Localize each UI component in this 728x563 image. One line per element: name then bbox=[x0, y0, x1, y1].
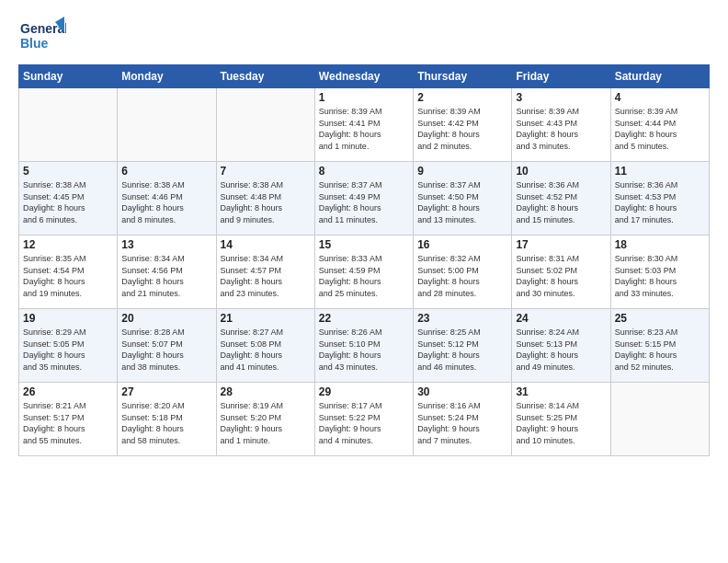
day-number: 28 bbox=[221, 385, 311, 398]
day-number: 12 bbox=[23, 238, 113, 251]
calendar-cell: 22Sunrise: 8:26 AM Sunset: 5:10 PM Dayli… bbox=[314, 309, 413, 383]
logo-svg: GeneralBlue bbox=[18, 17, 66, 55]
day-number: 4 bbox=[615, 91, 705, 104]
calendar-cell: 9Sunrise: 8:37 AM Sunset: 4:50 PM Daylig… bbox=[414, 162, 512, 236]
calendar-cell: 21Sunrise: 8:27 AM Sunset: 5:08 PM Dayli… bbox=[216, 309, 314, 383]
day-number: 31 bbox=[516, 385, 606, 398]
weekday-header-saturday: Saturday bbox=[610, 65, 709, 88]
svg-text:Blue: Blue bbox=[20, 36, 49, 51]
calendar-cell: 13Sunrise: 8:34 AM Sunset: 4:56 PM Dayli… bbox=[118, 236, 216, 309]
day-detail: Sunrise: 8:16 AM Sunset: 5:24 PM Dayligh… bbox=[417, 400, 507, 446]
calendar-cell: 25Sunrise: 8:23 AM Sunset: 5:15 PM Dayli… bbox=[610, 309, 709, 383]
day-number: 22 bbox=[319, 312, 409, 325]
calendar-cell: 17Sunrise: 8:31 AM Sunset: 5:02 PM Dayli… bbox=[512, 236, 610, 309]
day-number: 20 bbox=[121, 312, 211, 325]
calendar-cell: 16Sunrise: 8:32 AM Sunset: 5:00 PM Dayli… bbox=[414, 236, 512, 309]
calendar-cell: 26Sunrise: 8:21 AM Sunset: 5:17 PM Dayli… bbox=[19, 383, 118, 456]
calendar-cell: 11Sunrise: 8:36 AM Sunset: 4:53 PM Dayli… bbox=[610, 162, 709, 236]
day-number: 25 bbox=[615, 312, 705, 325]
day-detail: Sunrise: 8:37 AM Sunset: 4:49 PM Dayligh… bbox=[319, 179, 409, 225]
day-number: 16 bbox=[417, 238, 507, 251]
day-detail: Sunrise: 8:39 AM Sunset: 4:43 PM Dayligh… bbox=[516, 106, 606, 152]
calendar-cell: 8Sunrise: 8:37 AM Sunset: 4:49 PM Daylig… bbox=[314, 162, 413, 236]
weekday-header-wednesday: Wednesday bbox=[314, 65, 413, 88]
calendar-table: SundayMondayTuesdayWednesdayThursdayFrid… bbox=[18, 64, 710, 456]
day-detail: Sunrise: 8:38 AM Sunset: 4:45 PM Dayligh… bbox=[23, 179, 113, 225]
day-detail: Sunrise: 8:39 AM Sunset: 4:44 PM Dayligh… bbox=[615, 106, 705, 152]
day-detail: Sunrise: 8:38 AM Sunset: 4:48 PM Dayligh… bbox=[221, 179, 311, 225]
day-detail: Sunrise: 8:35 AM Sunset: 4:54 PM Dayligh… bbox=[23, 253, 113, 299]
day-detail: Sunrise: 8:33 AM Sunset: 4:59 PM Dayligh… bbox=[319, 253, 409, 299]
day-detail: Sunrise: 8:29 AM Sunset: 5:05 PM Dayligh… bbox=[23, 327, 113, 373]
weekday-header-friday: Friday bbox=[512, 65, 610, 88]
day-number: 21 bbox=[221, 312, 311, 325]
day-detail: Sunrise: 8:25 AM Sunset: 5:12 PM Dayligh… bbox=[417, 327, 507, 373]
day-number: 30 bbox=[417, 385, 507, 398]
calendar-cell: 5Sunrise: 8:38 AM Sunset: 4:45 PM Daylig… bbox=[19, 162, 118, 236]
day-number: 6 bbox=[121, 165, 211, 178]
day-detail: Sunrise: 8:39 AM Sunset: 4:41 PM Dayligh… bbox=[319, 106, 409, 152]
weekday-header-sunday: Sunday bbox=[19, 65, 118, 88]
day-detail: Sunrise: 8:23 AM Sunset: 5:15 PM Dayligh… bbox=[615, 327, 705, 373]
calendar-cell bbox=[19, 88, 118, 162]
day-detail: Sunrise: 8:34 AM Sunset: 4:56 PM Dayligh… bbox=[121, 253, 211, 299]
calendar-cell: 1Sunrise: 8:39 AM Sunset: 4:41 PM Daylig… bbox=[314, 88, 413, 162]
day-detail: Sunrise: 8:36 AM Sunset: 4:52 PM Dayligh… bbox=[516, 179, 606, 225]
day-detail: Sunrise: 8:38 AM Sunset: 4:46 PM Dayligh… bbox=[121, 179, 211, 225]
day-number: 14 bbox=[221, 238, 311, 251]
day-number: 18 bbox=[615, 238, 705, 251]
day-detail: Sunrise: 8:30 AM Sunset: 5:03 PM Dayligh… bbox=[615, 253, 705, 299]
calendar-week-5: 26Sunrise: 8:21 AM Sunset: 5:17 PM Dayli… bbox=[19, 383, 710, 456]
day-number: 26 bbox=[23, 385, 113, 398]
day-number: 24 bbox=[516, 312, 606, 325]
calendar-cell: 28Sunrise: 8:19 AM Sunset: 5:20 PM Dayli… bbox=[216, 383, 314, 456]
day-number: 2 bbox=[417, 91, 507, 104]
calendar-cell bbox=[610, 383, 709, 456]
calendar-cell: 15Sunrise: 8:33 AM Sunset: 4:59 PM Dayli… bbox=[314, 236, 413, 309]
day-detail: Sunrise: 8:17 AM Sunset: 5:22 PM Dayligh… bbox=[319, 400, 409, 446]
day-number: 3 bbox=[516, 91, 606, 104]
day-detail: Sunrise: 8:32 AM Sunset: 5:00 PM Dayligh… bbox=[417, 253, 507, 299]
calendar-cell bbox=[118, 88, 216, 162]
day-number: 7 bbox=[221, 165, 311, 178]
calendar-cell: 3Sunrise: 8:39 AM Sunset: 4:43 PM Daylig… bbox=[512, 88, 610, 162]
day-number: 11 bbox=[615, 165, 705, 178]
calendar-cell: 18Sunrise: 8:30 AM Sunset: 5:03 PM Dayli… bbox=[610, 236, 709, 309]
day-detail: Sunrise: 8:28 AM Sunset: 5:07 PM Dayligh… bbox=[121, 327, 211, 373]
day-detail: Sunrise: 8:34 AM Sunset: 4:57 PM Dayligh… bbox=[221, 253, 311, 299]
calendar-cell: 6Sunrise: 8:38 AM Sunset: 4:46 PM Daylig… bbox=[118, 162, 216, 236]
calendar-cell: 31Sunrise: 8:14 AM Sunset: 5:25 PM Dayli… bbox=[512, 383, 610, 456]
day-number: 9 bbox=[417, 165, 507, 178]
day-detail: Sunrise: 8:39 AM Sunset: 4:42 PM Dayligh… bbox=[417, 106, 507, 152]
day-number: 19 bbox=[23, 312, 113, 325]
weekday-header-monday: Monday bbox=[118, 65, 216, 88]
calendar-cell: 10Sunrise: 8:36 AM Sunset: 4:52 PM Dayli… bbox=[512, 162, 610, 236]
day-detail: Sunrise: 8:27 AM Sunset: 5:08 PM Dayligh… bbox=[221, 327, 311, 373]
day-number: 1 bbox=[319, 91, 409, 104]
day-number: 23 bbox=[417, 312, 507, 325]
calendar-cell: 19Sunrise: 8:29 AM Sunset: 5:05 PM Dayli… bbox=[19, 309, 118, 383]
calendar-week-2: 5Sunrise: 8:38 AM Sunset: 4:45 PM Daylig… bbox=[19, 162, 710, 236]
day-number: 27 bbox=[121, 385, 211, 398]
day-number: 13 bbox=[121, 238, 211, 251]
day-detail: Sunrise: 8:26 AM Sunset: 5:10 PM Dayligh… bbox=[319, 327, 409, 373]
page: GeneralBlue SundayMondayTuesdayWednesday… bbox=[0, 0, 728, 465]
weekday-header-tuesday: Tuesday bbox=[216, 65, 314, 88]
calendar-week-4: 19Sunrise: 8:29 AM Sunset: 5:05 PM Dayli… bbox=[19, 309, 710, 383]
header: GeneralBlue bbox=[18, 17, 710, 55]
weekday-header-row: SundayMondayTuesdayWednesdayThursdayFrid… bbox=[19, 65, 710, 88]
weekday-header-thursday: Thursday bbox=[414, 65, 512, 88]
calendar-cell: 14Sunrise: 8:34 AM Sunset: 4:57 PM Dayli… bbox=[216, 236, 314, 309]
calendar-cell: 29Sunrise: 8:17 AM Sunset: 5:22 PM Dayli… bbox=[314, 383, 413, 456]
day-detail: Sunrise: 8:31 AM Sunset: 5:02 PM Dayligh… bbox=[516, 253, 606, 299]
day-detail: Sunrise: 8:20 AM Sunset: 5:18 PM Dayligh… bbox=[121, 400, 211, 446]
calendar-cell: 24Sunrise: 8:24 AM Sunset: 5:13 PM Dayli… bbox=[512, 309, 610, 383]
day-detail: Sunrise: 8:36 AM Sunset: 4:53 PM Dayligh… bbox=[615, 179, 705, 225]
calendar-week-3: 12Sunrise: 8:35 AM Sunset: 4:54 PM Dayli… bbox=[19, 236, 710, 309]
day-number: 8 bbox=[319, 165, 409, 178]
calendar-cell: 30Sunrise: 8:16 AM Sunset: 5:24 PM Dayli… bbox=[414, 383, 512, 456]
day-detail: Sunrise: 8:37 AM Sunset: 4:50 PM Dayligh… bbox=[417, 179, 507, 225]
calendar-cell: 23Sunrise: 8:25 AM Sunset: 5:12 PM Dayli… bbox=[414, 309, 512, 383]
calendar-cell: 4Sunrise: 8:39 AM Sunset: 4:44 PM Daylig… bbox=[610, 88, 709, 162]
day-number: 17 bbox=[516, 238, 606, 251]
